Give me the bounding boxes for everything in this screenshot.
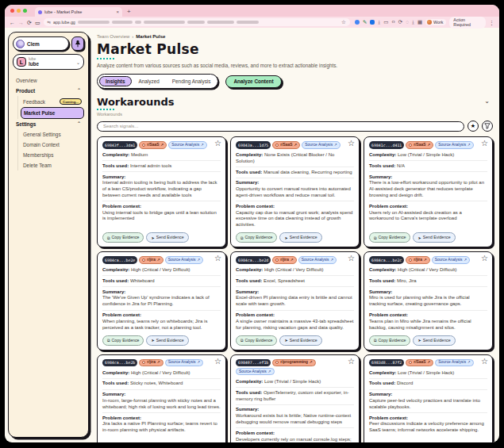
browser-menu-icon[interactable]: ⋮ <box>489 20 494 25</box>
source-analysis-badge[interactable]: Source Analysis ↗ <box>168 141 207 148</box>
source-analysis-badge[interactable]: Source Analysis ↗ <box>432 256 471 263</box>
signal-id-badge: 6984ca...be2d <box>236 256 271 263</box>
star-icon[interactable]: ☆ <box>214 140 221 147</box>
send-evidence-button[interactable]: ➤ Send Evidence <box>146 232 188 243</box>
subreddit-label: r/SaaS <box>147 143 159 147</box>
star-icon[interactable]: ☆ <box>481 358 488 366</box>
star-icon[interactable]: ☆ <box>214 255 221 262</box>
back-icon[interactable]: ← <box>10 20 15 25</box>
copy-evidence-label: Copy Evidence <box>112 338 140 343</box>
star-icon[interactable]: ☆ <box>481 140 488 147</box>
source-analysis-badge[interactable]: Source Analysis ↗ <box>302 141 340 148</box>
sidebar-item-general-settings[interactable]: General Settings <box>21 129 84 140</box>
subreddit-badge[interactable]: r/jira ↗ <box>272 256 296 263</box>
apps-grid-icon[interactable]: ▦ <box>417 20 422 25</box>
source-analysis-label: Source Analysis <box>305 143 333 147</box>
download-tray-icon[interactable]: ⤓ <box>378 20 380 25</box>
send-evidence-button[interactable]: ➤ Send Evidence <box>413 335 455 346</box>
filter-button[interactable] <box>482 121 493 132</box>
sidebar-item-overview[interactable]: Overview <box>13 75 84 86</box>
browser-profile-chip[interactable]: Work <box>425 19 446 25</box>
new-tab-button[interactable]: + <box>127 8 131 17</box>
maximize-window-button[interactable] <box>23 9 27 13</box>
action-required-button[interactable]: Action Required <box>449 17 486 29</box>
tab-insights[interactable]: Insights <box>99 76 132 86</box>
breadcrumb-parent[interactable]: Team Overview <box>97 34 129 39</box>
copy-evidence-button[interactable]: ⧉ Copy Evidence <box>102 232 144 243</box>
site-settings-icon[interactable]: ⇋ <box>48 20 52 25</box>
sidebar-item-market-pulse[interactable]: Market Pulse <box>21 107 84 119</box>
send-evidence-button[interactable]: ➤ Send Evidence <box>146 335 188 346</box>
copy-evidence-button[interactable]: ⧉ Copy Evidence <box>236 232 277 243</box>
source-analysis-badge[interactable]: Source Analysis ↗ <box>435 141 474 148</box>
tab-analyzed[interactable]: Analyzed <box>133 77 165 86</box>
subreddit-badge[interactable]: r/jira ↗ <box>139 359 163 366</box>
tools-used-label: Tools used: <box>102 163 129 168</box>
source-analysis-badge[interactable]: Source Analysis ↗ <box>165 359 204 366</box>
subreddit-label: r/programming <box>280 360 308 365</box>
collapse-section-icon[interactable]: ⌄ <box>481 96 493 106</box>
user-menu[interactable]: Clem <box>13 36 69 51</box>
tools-row: Tools used: Manual data cleaning, Recurr… <box>236 167 354 178</box>
extension-panel-icon[interactable]: ▭ <box>383 20 388 25</box>
subreddit-badge[interactable]: r/jira ↗ <box>139 256 163 263</box>
extension-icon[interactable] <box>370 20 375 25</box>
star-icon[interactable]: ☆ <box>214 358 221 366</box>
url-bar[interactable]: ⇋ app.lube.gg ☆ <box>44 18 350 26</box>
problem-context-label: Problem context: <box>236 431 275 435</box>
source-analysis-badge[interactable]: Source Analysis ↗ <box>435 359 474 366</box>
forward-icon[interactable]: → <box>18 20 24 25</box>
sidebar-item-memberships[interactable]: Memberships <box>21 150 84 160</box>
copy-evidence-label: Copy Evidence <box>112 235 140 240</box>
complexity-row: Complexity: High (Critical / Very Diffic… <box>236 266 354 277</box>
tab-pending-analysis[interactable]: Pending Analysis <box>167 77 217 86</box>
extension-icon[interactable] <box>355 20 360 25</box>
copy-evidence-button[interactable]: ⧉ Copy Evidence <box>102 335 144 346</box>
subreddit-badge[interactable]: r/SaaS ↗ <box>406 141 433 148</box>
code-icon[interactable]: ‹› <box>391 20 394 25</box>
sidebar-section-settings[interactable]: Settings ⌃ <box>13 119 84 129</box>
subreddit-badge[interactable]: r/programming ↗ <box>272 359 316 366</box>
subreddit-badge[interactable]: r/SaaS ↗ <box>406 359 433 366</box>
source-analysis-badge[interactable]: Source Analysis ↗ <box>236 368 275 375</box>
sidebar-section-product[interactable]: Product ⌃ <box>13 86 84 96</box>
tools-used-value: Discord <box>395 381 413 385</box>
profile-circle-icon[interactable]: ◌ <box>406 20 409 25</box>
card-actions: ⧉ Copy Evidence ➤ Send Evidence <box>369 230 487 243</box>
close-window-button[interactable] <box>10 9 14 13</box>
send-icon: ➤ <box>417 338 421 343</box>
favorites-filter-button[interactable]: ★ <box>467 121 479 132</box>
send-evidence-button[interactable]: ➤ Send Evidence <box>279 335 321 346</box>
reload-icon[interactable]: ⟳ <box>27 20 32 25</box>
source-analysis-badge[interactable]: Source Analysis ↗ <box>165 256 204 263</box>
tab-close-icon[interactable]: × <box>116 10 119 14</box>
star-icon[interactable]: ☆ <box>481 255 488 262</box>
sidebar-item-feedback[interactable]: Feedback Coming... <box>21 96 84 107</box>
send-evidence-button[interactable]: ➤ Send Evidence <box>413 232 455 243</box>
star-icon[interactable]: ☆ <box>348 140 355 147</box>
sidebar-item-delete-team[interactable]: Delete Team <box>21 160 84 170</box>
source-analysis-badge[interactable]: Source Analysis ↗ <box>298 256 337 263</box>
sidebar-item-domain-context[interactable]: Domain Context <box>21 140 84 150</box>
bookmark-star-icon[interactable]: ☆ <box>341 20 346 25</box>
downloads-icon[interactable]: ⤓ <box>412 20 414 25</box>
subreddit-badge[interactable]: r/SaaS ↗ <box>139 141 167 148</box>
copy-evidence-button[interactable]: ⧉ Copy Evidence <box>236 335 277 346</box>
extension-pencil-icon[interactable]: ✎ <box>363 20 367 25</box>
subreddit-badge[interactable]: r/SaaS ↗ <box>272 141 300 148</box>
search-input[interactable] <box>97 121 464 132</box>
copy-evidence-button[interactable]: ⧉ Copy Evidence <box>369 232 410 243</box>
browser-tab[interactable]: lube - Market Pulse × <box>35 7 122 17</box>
minimize-window-button[interactable] <box>17 9 21 13</box>
pin-sidebar-button[interactable] <box>71 36 84 51</box>
subreddit-badge[interactable]: r/jira ↗ <box>406 256 429 263</box>
sync-icon[interactable]: ⟳ <box>398 20 402 25</box>
star-icon[interactable]: ☆ <box>348 358 355 366</box>
star-icon[interactable]: ☆ <box>348 255 355 262</box>
team-selector[interactable]: L lube lube ⌄ <box>13 54 84 70</box>
analyze-content-button[interactable]: Analyze Content <box>225 75 281 88</box>
summary-label: Summary: <box>236 289 259 294</box>
side-panel-icon[interactable]: ▭ <box>35 20 40 25</box>
copy-evidence-button[interactable]: ⧉ Copy Evidence <box>369 335 410 346</box>
send-evidence-button[interactable]: ➤ Send Evidence <box>279 232 321 243</box>
